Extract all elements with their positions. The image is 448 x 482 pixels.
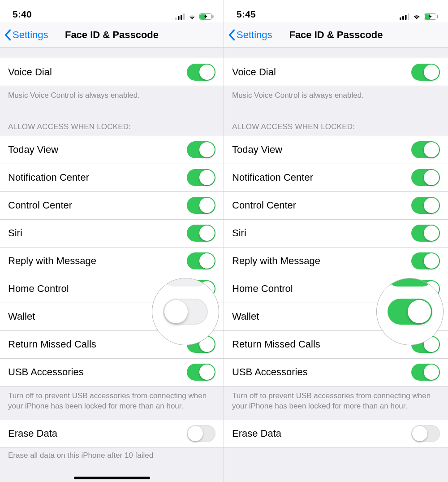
row-label: Return Missed Calls bbox=[8, 339, 187, 350]
row-today-view[interactable]: Today View bbox=[0, 136, 224, 164]
toggle-voice-dial[interactable] bbox=[411, 64, 440, 81]
nav-header: Settings Face ID & Passcode bbox=[224, 22, 448, 48]
back-button[interactable]: Settings bbox=[0, 29, 48, 41]
status-bar: 5:45 bbox=[224, 0, 448, 22]
row-label: Reply with Message bbox=[8, 255, 187, 267]
row-erase-data[interactable]: Erase Data bbox=[0, 420, 224, 447]
row-notification-center[interactable]: Notification Center bbox=[224, 164, 448, 192]
zoom-bubble-wallet-toggle bbox=[376, 278, 444, 345]
row-label: USB Accessories bbox=[232, 366, 411, 378]
row-label: USB Accessories bbox=[8, 366, 187, 378]
toggle-notification-center[interactable] bbox=[187, 169, 215, 186]
row-siri[interactable]: Siri bbox=[224, 220, 448, 248]
usb-footer: Turn off to prevent USB accessories from… bbox=[224, 386, 448, 420]
row-label: Today View bbox=[232, 144, 411, 156]
row-label: Notification Center bbox=[232, 172, 411, 183]
toggle-usb-accessories[interactable] bbox=[411, 364, 440, 381]
svg-rect-5 bbox=[212, 15, 214, 18]
battery-charging-icon bbox=[199, 13, 214, 20]
row-voice-dial[interactable]: Voice Dial bbox=[0, 58, 224, 86]
home-indicator[interactable] bbox=[74, 477, 150, 479]
settings-list[interactable]: Voice Dial Music Voice Control is always… bbox=[224, 48, 448, 482]
row-label: Control Center bbox=[232, 200, 411, 211]
cellular-icon bbox=[175, 13, 185, 20]
back-button[interactable]: Settings bbox=[224, 29, 272, 41]
svg-rect-2 bbox=[181, 15, 182, 20]
screen-left: 5:40 Settings Face ID & Passcode Voice D… bbox=[0, 0, 224, 482]
toggle-voice-dial[interactable] bbox=[187, 64, 215, 81]
row-label: Today View bbox=[8, 144, 187, 156]
toggle-usb-accessories[interactable] bbox=[187, 364, 215, 381]
settings-list[interactable]: Voice Dial Music Voice Control is always… bbox=[0, 48, 224, 482]
voice-dial-footer: Music Voice Control is always enabled. bbox=[0, 86, 224, 109]
status-time: 5:40 bbox=[13, 9, 32, 20]
row-voice-dial[interactable]: Voice Dial bbox=[224, 58, 448, 86]
row-label: Return Missed Calls bbox=[232, 339, 411, 350]
svg-rect-1 bbox=[178, 16, 180, 20]
section-header-locked: ALLOW ACCESS WHEN LOCKED: bbox=[224, 109, 448, 136]
svg-rect-10 bbox=[408, 13, 409, 20]
zoomed-toggle-wallet[interactable] bbox=[388, 299, 432, 325]
row-label: Control Center bbox=[8, 200, 187, 211]
status-icons bbox=[175, 13, 214, 20]
toggle-siri[interactable] bbox=[187, 225, 215, 242]
wifi-icon bbox=[188, 13, 197, 20]
section-header-locked: ALLOW ACCESS WHEN LOCKED: bbox=[0, 109, 224, 136]
voice-dial-footer: Music Voice Control is always enabled. bbox=[224, 86, 448, 109]
row-label: Voice Dial bbox=[8, 66, 187, 78]
toggle-today-view[interactable] bbox=[411, 141, 440, 158]
screen-right: 5:45 Settings Face ID & Passcode Voice D… bbox=[224, 0, 448, 482]
svg-rect-3 bbox=[183, 13, 185, 20]
toggle-reply-with-message[interactable] bbox=[411, 252, 440, 269]
row-erase-data[interactable]: Erase Data bbox=[224, 420, 448, 447]
svg-rect-0 bbox=[175, 17, 177, 20]
svg-rect-9 bbox=[405, 15, 407, 20]
toggle-erase-data[interactable] bbox=[187, 425, 215, 442]
zoom-bubble-wallet-toggle bbox=[152, 278, 219, 345]
battery-charging-icon bbox=[424, 13, 438, 20]
row-label: Notification Center bbox=[8, 172, 187, 183]
svg-rect-8 bbox=[402, 16, 404, 20]
nav-header: Settings Face ID & Passcode bbox=[0, 22, 224, 48]
status-time: 5:45 bbox=[237, 9, 256, 20]
toggle-erase-data[interactable] bbox=[411, 425, 440, 442]
row-usb-accessories[interactable]: USB Accessories bbox=[0, 359, 224, 386]
row-label: Siri bbox=[8, 227, 187, 239]
row-reply-with-message[interactable]: Reply with Message bbox=[0, 248, 224, 275]
row-label: Siri bbox=[232, 227, 411, 239]
comparison-stage: 5:40 Settings Face ID & Passcode Voice D… bbox=[0, 0, 448, 482]
chevron-left-icon bbox=[4, 29, 12, 41]
toggle-control-center[interactable] bbox=[411, 197, 440, 214]
toggle-reply-with-message[interactable] bbox=[187, 252, 215, 269]
row-control-center[interactable]: Control Center bbox=[224, 192, 448, 220]
zoomed-toggle-wallet[interactable] bbox=[163, 299, 208, 325]
row-label: Reply with Message bbox=[232, 255, 411, 267]
row-usb-accessories[interactable]: USB Accessories bbox=[224, 359, 448, 386]
status-bar: 5:40 bbox=[0, 0, 224, 22]
svg-rect-7 bbox=[400, 17, 401, 20]
svg-rect-12 bbox=[437, 15, 438, 18]
toggle-control-center[interactable] bbox=[187, 197, 215, 214]
back-label: Settings bbox=[13, 29, 48, 41]
row-label: Erase Data bbox=[8, 428, 187, 439]
row-siri[interactable]: Siri bbox=[0, 220, 224, 248]
row-control-center[interactable]: Control Center bbox=[0, 192, 224, 220]
row-notification-center[interactable]: Notification Center bbox=[0, 164, 224, 192]
row-label: Voice Dial bbox=[232, 66, 411, 78]
erase-footer-truncated: Erase all data on this iPhone after 10 f… bbox=[0, 447, 224, 460]
cellular-icon bbox=[400, 13, 409, 20]
row-reply-with-message[interactable]: Reply with Message bbox=[224, 248, 448, 275]
row-today-view[interactable]: Today View bbox=[224, 136, 448, 164]
row-label: Erase Data bbox=[232, 428, 411, 439]
usb-footer: Turn off to prevent USB accessories from… bbox=[0, 386, 224, 420]
status-icons bbox=[400, 13, 438, 20]
toggle-notification-center[interactable] bbox=[411, 169, 440, 186]
wifi-icon bbox=[412, 13, 421, 20]
toggle-today-view[interactable] bbox=[187, 141, 215, 158]
back-label: Settings bbox=[237, 29, 272, 41]
toggle-siri[interactable] bbox=[411, 225, 440, 242]
chevron-left-icon bbox=[228, 29, 236, 41]
